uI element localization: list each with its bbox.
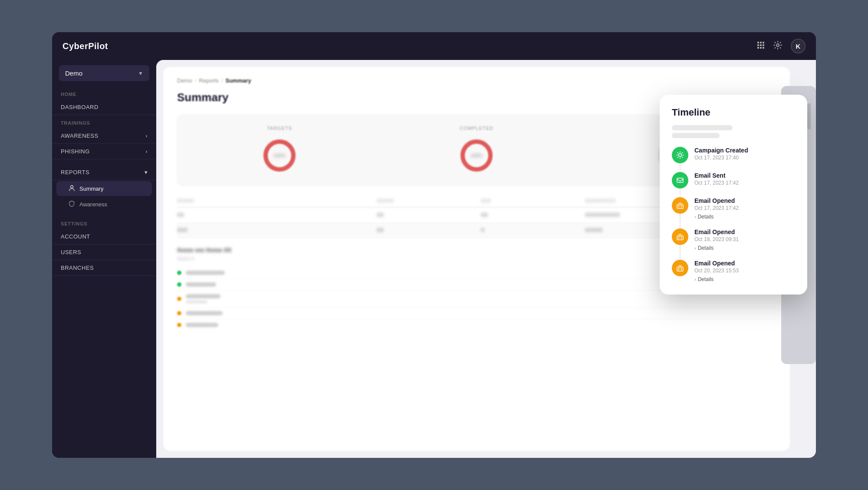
svg-rect-1 bbox=[760, 42, 762, 43]
users-label: USERS bbox=[61, 249, 81, 255]
dashboard-label: DASHBOARD bbox=[61, 104, 99, 110]
svg-rect-0 bbox=[757, 42, 759, 43]
reports-label: REPORTS bbox=[61, 169, 89, 175]
details-label-1: Details bbox=[698, 214, 714, 220]
user-avatar[interactable]: K bbox=[791, 39, 806, 53]
timeline-title: Timeline bbox=[672, 107, 795, 118]
phishing-label: PHISHING bbox=[61, 148, 90, 155]
email-opened-1-icon bbox=[672, 197, 688, 214]
details-chevron-3: › bbox=[694, 277, 696, 282]
breadcrumb-summary: Summary bbox=[225, 77, 251, 84]
sidebar-section-settings: Settings ACCOUNT USERS BRANCHES bbox=[52, 221, 156, 276]
account-label: ACCOUNT bbox=[61, 233, 90, 240]
email-opened-2-date: Oct 18, 2023 09:31 bbox=[694, 236, 795, 242]
awareness-label: AWARENESS bbox=[61, 132, 99, 139]
demo-selector[interactable]: Demo ▼ bbox=[59, 65, 149, 81]
email-opened-3-details-btn[interactable]: › Details bbox=[694, 276, 795, 282]
svg-point-9 bbox=[776, 44, 779, 46]
main-layout: Demo ▼ Home DASHBOARD Trainings AWARENES… bbox=[52, 60, 816, 458]
sidebar-item-awareness[interactable]: AWARENESS › bbox=[52, 128, 156, 144]
email-opened-2-content: Email Opened Oct 18, 2023 09:31 › Detail… bbox=[694, 228, 795, 251]
email-opened-2-details-btn[interactable]: › Details bbox=[694, 245, 795, 251]
breadcrumb-sep-1: / bbox=[195, 77, 197, 84]
reports-chevron-icon: ▾ bbox=[145, 169, 148, 175]
sidebar-item-branches[interactable]: BRANCHES bbox=[52, 260, 156, 276]
app-logo: CyberPilot bbox=[62, 41, 108, 51]
top-bar: CyberPilot bbox=[52, 32, 816, 60]
email-opened-2-icon bbox=[672, 228, 688, 245]
timeline-card: Timeline Campaign Cre bbox=[660, 95, 807, 295]
settings-section-label: Settings bbox=[52, 221, 156, 229]
sidebar-item-account[interactable]: ACCOUNT bbox=[52, 229, 156, 245]
breadcrumb-sep-2: / bbox=[221, 77, 223, 84]
timeline-event-email-opened-3: Email Opened Oct 20, 2023 15:53 › Detail… bbox=[672, 260, 795, 282]
email-opened-1-details-btn[interactable]: › Details bbox=[694, 214, 795, 220]
breadcrumb-demo[interactable]: Demo bbox=[177, 77, 192, 84]
details-chevron-2: › bbox=[694, 245, 696, 251]
branches-label: BRANCHES bbox=[61, 265, 94, 271]
sidebar-subitem-awareness[interactable]: Awareness bbox=[56, 197, 152, 212]
grid-icon[interactable] bbox=[757, 41, 765, 51]
sidebar-item-reports[interactable]: REPORTS ▾ bbox=[52, 165, 156, 180]
scrollbar-thumb[interactable] bbox=[807, 103, 811, 129]
sidebar-item-dashboard[interactable]: DASHBOARD bbox=[52, 99, 156, 115]
sidebar-section-home: Home DASHBOARD bbox=[52, 92, 156, 115]
email-opened-3-icon bbox=[672, 260, 688, 276]
svg-rect-6 bbox=[757, 47, 759, 49]
sidebar-section-trainings: Trainings AWARENESS › PHISHING › bbox=[52, 120, 156, 159]
sidebar-item-phishing[interactable]: PHISHING › bbox=[52, 144, 156, 159]
awareness-arrow-icon: › bbox=[145, 132, 148, 139]
summary-person-icon bbox=[69, 185, 75, 192]
svg-point-10 bbox=[71, 185, 73, 188]
email-sent-content: Email Sent Oct 17, 2023 17:42 bbox=[694, 172, 795, 189]
breadcrumb-reports[interactable]: Reports bbox=[199, 77, 219, 84]
email-opened-1-date: Oct 17, 2023 17:42 bbox=[694, 205, 795, 211]
email-opened-1-content: Email Opened Oct 17, 2023 17:42 › Detail… bbox=[694, 197, 795, 220]
sidebar-item-users[interactable]: USERS bbox=[52, 245, 156, 260]
svg-rect-8 bbox=[763, 47, 764, 49]
sidebar-subitem-summary[interactable]: Summary bbox=[56, 181, 152, 196]
email-opened-2-title: Email Opened bbox=[694, 228, 795, 235]
email-opened-3-title: Email Opened bbox=[694, 260, 795, 267]
app-container: CyberPilot bbox=[52, 32, 816, 458]
campaign-created-title: Campaign Created bbox=[694, 147, 795, 154]
svg-rect-2 bbox=[763, 42, 764, 43]
home-section-label: Home bbox=[52, 92, 156, 99]
timeline-event-email-opened-2: Email Opened Oct 18, 2023 09:31 › Detail… bbox=[672, 228, 795, 251]
awareness-shield-icon bbox=[69, 200, 75, 208]
svg-rect-3 bbox=[757, 44, 759, 46]
campaign-created-content: Campaign Created Oct 17, 2023 17:40 bbox=[694, 147, 795, 163]
summary-label: Summary bbox=[79, 185, 104, 192]
svg-rect-7 bbox=[760, 47, 762, 49]
email-sent-icon bbox=[672, 172, 688, 189]
details-label-2: Details bbox=[698, 245, 714, 251]
timeline-meta-row-1 bbox=[672, 125, 733, 130]
timeline-event-email-sent: Email Sent Oct 17, 2023 17:42 bbox=[672, 172, 795, 189]
email-opened-3-content: Email Opened Oct 20, 2023 15:53 › Detail… bbox=[694, 260, 795, 282]
details-chevron-1: › bbox=[694, 214, 696, 219]
settings-icon[interactable] bbox=[773, 41, 782, 52]
demo-label: Demo bbox=[65, 70, 82, 77]
awareness-sub-label: Awareness bbox=[79, 201, 107, 208]
timeline-meta bbox=[672, 125, 795, 138]
content-area: Demo / Reports / Summary Summary TARGETS bbox=[156, 60, 816, 458]
breadcrumb: Demo / Reports / Summary bbox=[177, 77, 776, 84]
timeline-event-email-opened-1: Email Opened Oct 17, 2023 17:42 › Detail… bbox=[672, 197, 795, 220]
svg-point-17 bbox=[679, 154, 682, 157]
svg-rect-5 bbox=[763, 44, 764, 46]
details-label-3: Details bbox=[698, 276, 714, 282]
demo-chevron-icon: ▼ bbox=[138, 70, 143, 76]
campaign-created-icon bbox=[672, 147, 688, 163]
email-sent-date: Oct 17, 2023 17:42 bbox=[694, 180, 795, 186]
email-opened-3-date: Oct 20, 2023 15:53 bbox=[694, 268, 795, 274]
email-sent-title: Email Sent bbox=[694, 172, 795, 179]
timeline-meta-row-2 bbox=[672, 133, 720, 138]
sidebar-section-reports: REPORTS ▾ Summary bbox=[52, 165, 156, 212]
svg-rect-4 bbox=[760, 44, 762, 46]
email-opened-1-title: Email Opened bbox=[694, 197, 795, 204]
trainings-section-label: Trainings bbox=[52, 120, 156, 128]
timeline-event-campaign-created: Campaign Created Oct 17, 2023 17:40 bbox=[672, 147, 795, 163]
sidebar: Demo ▼ Home DASHBOARD Trainings AWARENES… bbox=[52, 60, 156, 458]
phishing-arrow-icon: › bbox=[145, 148, 148, 155]
svg-rect-18 bbox=[677, 178, 683, 182]
